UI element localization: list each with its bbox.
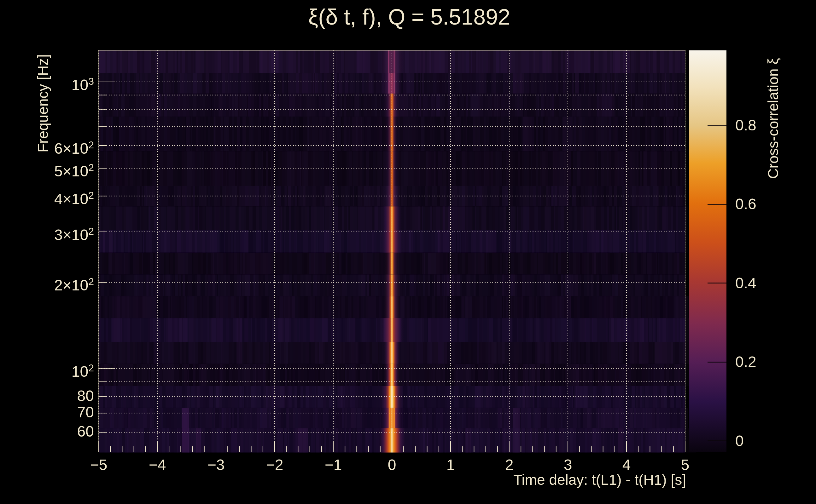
x-tick-label: −5 xyxy=(90,456,107,473)
colorbar-title: Cross-correlation ξ xyxy=(765,58,782,179)
x-tick-label: −2 xyxy=(266,456,284,473)
x-tick-label: 2 xyxy=(505,456,514,473)
cross-correlation-qscan-figure: ξ(δ t, f), Q = 5.51892 Frequency [Hz] Ti… xyxy=(0,0,816,504)
colorbar-tick-label: 0 xyxy=(735,432,744,450)
colorbar-tick-mark xyxy=(708,283,727,283)
colorbar-gradient xyxy=(689,50,727,452)
x-axis-title: Time delay: t(L1) - t(H1) [s] xyxy=(513,471,686,488)
y-tick-label: 60 xyxy=(0,423,94,440)
x-tick-label: −1 xyxy=(325,456,342,473)
x-tick-label: −3 xyxy=(208,456,225,473)
x-tick-label: −4 xyxy=(149,456,166,473)
y-tick-label: 5×102 xyxy=(0,159,94,180)
colorbar-tick-label: 0.2 xyxy=(735,353,756,371)
y-tick-label: 70 xyxy=(0,404,94,421)
chart-title: ξ(δ t, f), Q = 5.51892 xyxy=(308,4,510,30)
y-tick-label: 2×102 xyxy=(0,273,94,294)
colorbar-tick-label: 0.6 xyxy=(735,195,756,213)
x-tick-label: 5 xyxy=(681,456,690,473)
colorbar-tick-label: 0.8 xyxy=(735,117,756,134)
y-tick-label: 3×102 xyxy=(0,222,94,244)
x-tick-label: 1 xyxy=(446,456,455,473)
y-tick-label: 80 xyxy=(0,387,94,405)
y-tick-label: 102 xyxy=(0,359,94,381)
colorbar-tick-mark xyxy=(708,204,727,205)
y-tick-label: 6×102 xyxy=(0,136,94,157)
colorbar-tick-label: 0.4 xyxy=(735,274,756,292)
x-tick-label: 3 xyxy=(564,456,572,473)
colorbar-tick-mark xyxy=(708,125,727,126)
x-tick-label: 4 xyxy=(623,456,631,473)
colorbar-tick-mark xyxy=(708,440,727,441)
colorbar-tick-mark xyxy=(708,362,727,363)
y-tick-label: 4×102 xyxy=(0,186,94,208)
y-tick-label: 103 xyxy=(0,72,94,94)
x-tick-label: 0 xyxy=(388,456,396,473)
